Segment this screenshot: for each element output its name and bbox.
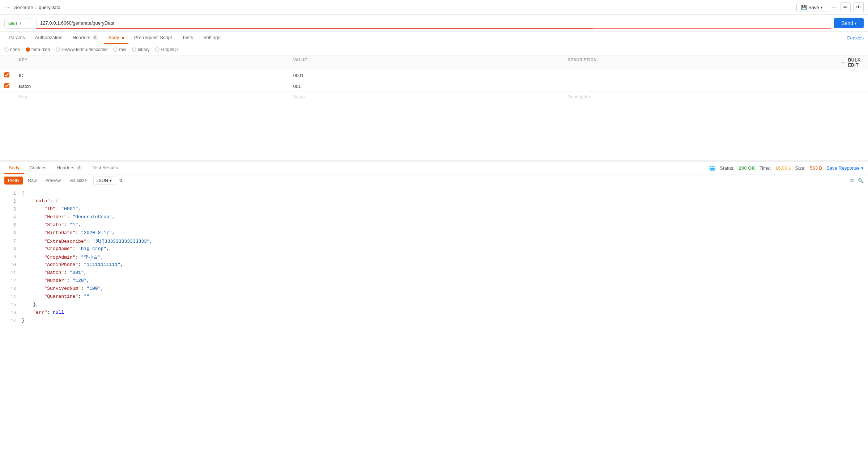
json-format-select[interactable]: JSON ▾	[93, 177, 115, 185]
request-body-spacer	[0, 102, 868, 160]
search-icon[interactable]: 🔍	[858, 178, 864, 183]
json-format-label: JSON	[97, 178, 108, 183]
bulk-edit-label[interactable]: Bulk Edit	[848, 58, 864, 68]
time-label: Time:	[760, 165, 771, 171]
tab-body[interactable]: Body	[104, 32, 128, 44]
method-arrow-icon: ▾	[20, 21, 21, 25]
json-line-15: 15 },	[0, 301, 868, 309]
url-input[interactable]	[36, 18, 831, 29]
header-value: VALUE	[293, 58, 568, 68]
row-batch-checkbox[interactable]	[4, 83, 9, 88]
breadcrumb: Generate / queryData	[13, 5, 793, 10]
json-line-1: 1 {	[0, 190, 868, 198]
empty-value-placeholder[interactable]: Value	[293, 94, 568, 99]
json-line-12: 12 "Number": "120",	[0, 278, 868, 285]
size-label: Size:	[795, 165, 805, 171]
json-line-17: 17 }	[0, 317, 868, 325]
save-response-button[interactable]: Save Response ▾	[826, 165, 864, 171]
top-bar-actions: 💾 Save ▾ ··· ✏ 👁	[796, 2, 864, 12]
status-label: Status:	[720, 165, 734, 171]
table-row: ID 0001	[0, 70, 868, 81]
tab-authorization[interactable]: Authorization	[31, 32, 67, 44]
response-tabs: Body Cookies Headers 8 Test Results 🌐 St…	[0, 162, 868, 174]
json-format-arrow-icon: ▾	[110, 178, 112, 183]
body-type-form-data[interactable]: form-data	[26, 47, 50, 52]
body-type-raw[interactable]: raw	[113, 47, 126, 52]
body-type-selectors: none form-data x-www-form-urlencoded raw…	[0, 44, 868, 55]
breadcrumb-current: queryData	[39, 5, 60, 10]
response-tab-headers[interactable]: Headers 8	[52, 162, 87, 174]
json-line-16: 16 "err": null	[0, 309, 868, 317]
breadcrumb-parent[interactable]: Generate	[13, 5, 33, 10]
save-icon: 💾	[801, 5, 807, 10]
body-type-graphql[interactable]: GraphQL	[155, 47, 179, 52]
json-line-6: 6 "BirthDate": "2020-8-17",	[0, 230, 868, 238]
tab-settings[interactable]: Settings	[199, 32, 225, 44]
request-tabs: Params Authorization Headers 9 Body Pre-…	[0, 32, 868, 44]
breadcrumb-separator: /	[35, 5, 37, 10]
top-bar-dots-icon[interactable]: ···	[4, 4, 9, 10]
copy-icon[interactable]: ⧉	[850, 178, 854, 183]
row-checkbox-col	[4, 72, 19, 79]
tab-tests[interactable]: Tests	[178, 32, 197, 44]
header-more-dots[interactable]: ···	[842, 60, 846, 65]
save-response-arrow-icon: ▾	[861, 165, 864, 171]
send-button[interactable]: Send ▾	[834, 18, 864, 28]
json-line-2: 2 "data": {	[0, 198, 868, 206]
response-status: 🌐 Status: 200 OK Time: 16.06 s Size: 563…	[709, 165, 864, 171]
row-batch-value[interactable]: 001	[293, 84, 568, 89]
json-line-13: 13 "SurvivedNum": "100",	[0, 285, 868, 293]
more-options-icon[interactable]: ···	[830, 3, 838, 12]
header-actions: ··· Bulk Edit	[842, 58, 864, 68]
json-line-11: 11 "Batch": "001",	[0, 270, 868, 278]
tab-params[interactable]: Params	[4, 32, 29, 44]
top-bar: ··· Generate / queryData 💾 Save ▾ ··· ✏ …	[0, 0, 868, 15]
time-value: 16.06 s	[775, 165, 791, 171]
json-line-8: 8 "CropName": "big crop",	[0, 246, 868, 254]
method-select[interactable]: GET ▾	[4, 18, 33, 29]
json-line-7: 7 "ExtraDescribe": "风门333333333333333",	[0, 238, 868, 246]
body-type-x-www-form-urlencoded[interactable]: x-www-form-urlencoded	[56, 47, 107, 52]
cookies-link[interactable]: Cookies	[847, 35, 864, 41]
json-viewer[interactable]: 1 { 2 "data": { 3 "ID": "0001", 4 "Holde…	[0, 187, 868, 466]
tab-headers[interactable]: Headers 9	[68, 32, 103, 44]
tab-pre-request-script[interactable]: Pre-request Script	[130, 32, 176, 44]
row-id-value[interactable]: 0001	[293, 73, 568, 78]
url-bar: GET ▾ Send ▾	[0, 15, 868, 32]
send-label: Send	[841, 20, 853, 26]
form-table-header: KEY VALUE DESCRIPTION ··· Bulk Edit	[0, 55, 868, 70]
row-batch-key[interactable]: Batch	[19, 84, 293, 89]
radio-urlencoded-icon	[56, 47, 60, 52]
json-line-9: 9 "CropAdmin": "李小白",	[0, 254, 868, 262]
row-id-key[interactable]: ID	[19, 73, 293, 78]
format-tab-pretty[interactable]: Pretty	[4, 177, 23, 185]
format-tab-preview[interactable]: Preview	[42, 177, 64, 185]
json-line-3: 3 "ID": "0001",	[0, 206, 868, 214]
form-table: KEY VALUE DESCRIPTION ··· Bulk Edit ID 0…	[0, 55, 868, 102]
header-checkbox-col	[4, 58, 19, 68]
empty-desc-placeholder[interactable]: Description	[567, 94, 842, 99]
empty-key-placeholder[interactable]: Key	[19, 94, 293, 99]
eye-icon[interactable]: 👁	[854, 2, 864, 12]
radio-raw-icon	[113, 47, 118, 52]
save-button[interactable]: 💾 Save ▾	[796, 3, 827, 12]
size-value: 563 B	[810, 165, 822, 171]
filter-icon[interactable]: ⇅	[116, 177, 125, 185]
table-row: Batch 001	[0, 81, 868, 92]
globe-icon: 🌐	[709, 165, 715, 171]
row-checkbox-col	[4, 83, 19, 89]
response-tab-cookies[interactable]: Cookies	[25, 162, 51, 174]
response-tab-body[interactable]: Body	[4, 162, 24, 174]
response-tab-test-results[interactable]: Test Results	[88, 162, 122, 174]
format-tab-raw[interactable]: Raw	[24, 177, 40, 185]
body-type-none[interactable]: none	[4, 47, 20, 52]
radio-none-icon	[4, 47, 9, 52]
table-row-empty: Key Value Description	[0, 92, 868, 102]
body-type-binary[interactable]: binary	[132, 47, 150, 52]
save-label: Save	[808, 5, 819, 10]
format-tab-visualize[interactable]: Visualize	[66, 177, 90, 185]
row-id-checkbox[interactable]	[4, 72, 9, 77]
radio-graphql-icon	[155, 47, 159, 52]
header-description: DESCRIPTION	[567, 58, 842, 68]
pencil-icon[interactable]: ✏	[841, 2, 851, 12]
